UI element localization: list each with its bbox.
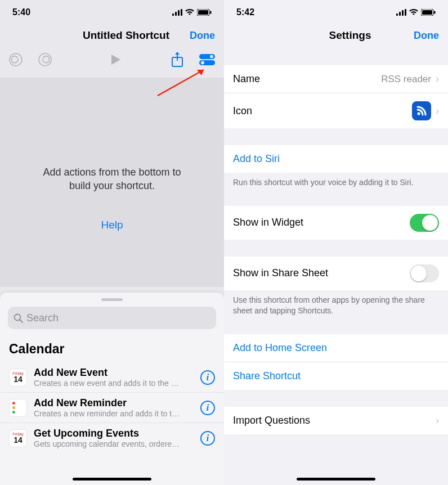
svg-rect-6 xyxy=(210,11,212,14)
undo-button[interactable] xyxy=(9,53,23,66)
play-button[interactable] xyxy=(109,53,122,66)
show-in-share-sheet-cell: Show in Share Sheet xyxy=(224,257,448,290)
chevron-right-icon: › xyxy=(436,415,439,426)
status-icons xyxy=(396,9,436,16)
done-button[interactable]: Done xyxy=(414,30,439,42)
home-indicator[interactable] xyxy=(73,478,151,480)
show-in-widget-cell: Show in Widget xyxy=(224,206,448,240)
share-note: Use this shortcut from other apps by ope… xyxy=(224,290,448,323)
svg-rect-0 xyxy=(172,14,174,16)
action-row-add-event[interactable]: Friday 14 Add New Event Creates a new ev… xyxy=(0,362,224,393)
calendar-icon: Friday 14 xyxy=(9,429,27,447)
section-title: Calendar xyxy=(0,337,224,362)
info-button[interactable]: i xyxy=(200,401,215,415)
svg-rect-22 xyxy=(422,10,432,15)
svg-rect-3 xyxy=(181,9,182,16)
status-time: 5:40 xyxy=(12,7,30,17)
share-shortcut-button[interactable]: Share Shortcut xyxy=(224,362,448,390)
battery-icon xyxy=(197,9,212,16)
battery-icon xyxy=(421,9,436,16)
show-in-widget-toggle[interactable] xyxy=(410,214,439,232)
search-icon xyxy=(14,313,23,323)
shortcut-editor-screen: 5:40 Untitled Shortcut Done Add actions … xyxy=(0,0,224,485)
settings-toggle-button[interactable] xyxy=(199,53,215,66)
action-title: Add New Reminder xyxy=(34,397,180,409)
action-title: Add New Event xyxy=(34,367,180,379)
nav-bar: Untitled Shortcut Done xyxy=(0,25,224,48)
redo-button[interactable] xyxy=(38,53,52,66)
name-cell[interactable]: Name RSS reader › xyxy=(224,65,448,93)
icon-label: Icon xyxy=(233,105,252,117)
chevron-right-icon: › xyxy=(436,105,439,117)
editor-canvas: Add actions from the bottom to build you… xyxy=(0,78,224,287)
svg-rect-5 xyxy=(198,10,208,15)
action-subtitle: Creates a new event and adds it to the s… xyxy=(34,379,180,388)
home-indicator[interactable] xyxy=(297,478,375,480)
wifi-icon xyxy=(409,9,419,16)
svg-rect-18 xyxy=(399,12,401,16)
action-row-add-reminder[interactable]: Add New Reminder Creates a new reminder … xyxy=(0,393,224,423)
status-icons xyxy=(172,9,212,16)
share-button[interactable] xyxy=(171,52,183,68)
svg-rect-23 xyxy=(434,11,436,14)
action-subtitle: Creates a new reminder and adds it to th… xyxy=(34,409,180,418)
rss-icon xyxy=(412,101,431,120)
action-subtitle: Gets upcoming calendar events, ordered f… xyxy=(34,439,180,448)
info-button[interactable]: i xyxy=(200,370,215,385)
name-label: Name xyxy=(233,73,260,85)
add-to-siri-button[interactable]: Add to Siri xyxy=(224,145,448,173)
svg-rect-17 xyxy=(396,14,398,16)
siri-note: Run this shortcut with your voice by add… xyxy=(224,173,448,195)
svg-point-24 xyxy=(418,113,420,115)
cellular-icon xyxy=(172,9,182,16)
svg-rect-19 xyxy=(402,10,404,16)
add-to-home-screen-button[interactable]: Add to Home Screen xyxy=(224,334,448,362)
help-link[interactable]: Help xyxy=(101,219,123,231)
toolbar xyxy=(0,48,224,78)
status-bar: 5:42 xyxy=(224,0,448,25)
name-value: RSS reader xyxy=(381,74,431,85)
chevron-right-icon: › xyxy=(436,73,439,85)
shortcut-settings-screen: 5:42 Settings Done Name RSS reader › Ico… xyxy=(224,0,448,485)
nav-bar: Settings Done xyxy=(224,25,448,48)
info-button[interactable]: i xyxy=(200,431,215,446)
svg-line-16 xyxy=(20,320,23,322)
drawer-grabber[interactable] xyxy=(101,298,123,301)
wifi-icon xyxy=(185,9,195,16)
svg-rect-1 xyxy=(175,12,177,16)
page-title: Settings xyxy=(262,29,438,42)
cellular-icon xyxy=(396,9,406,16)
icon-cell[interactable]: Icon › xyxy=(224,93,448,128)
status-bar: 5:40 xyxy=(0,0,224,25)
actions-drawer[interactable]: Search Calendar Friday 14 Add New Event … xyxy=(0,293,224,485)
import-questions-cell[interactable]: Import Questions › xyxy=(224,407,448,434)
action-title: Get Upcoming Events xyxy=(34,428,180,439)
status-time: 5:42 xyxy=(236,7,254,17)
editor-hint: Add actions from the bottom to build you… xyxy=(0,165,224,193)
show-in-share-sheet-toggle[interactable] xyxy=(410,264,439,282)
page-title: Untitled Shortcut xyxy=(38,29,214,42)
calendar-icon: Friday 14 xyxy=(9,369,27,387)
action-row-upcoming-events[interactable]: Friday 14 Get Upcoming Events Gets upcom… xyxy=(0,423,224,453)
svg-rect-20 xyxy=(405,9,406,16)
done-button[interactable]: Done xyxy=(190,30,215,42)
reminders-icon xyxy=(9,399,27,417)
svg-rect-2 xyxy=(178,10,180,16)
svg-point-11 xyxy=(210,55,213,59)
svg-point-13 xyxy=(201,61,204,65)
search-input[interactable]: Search xyxy=(8,307,216,329)
